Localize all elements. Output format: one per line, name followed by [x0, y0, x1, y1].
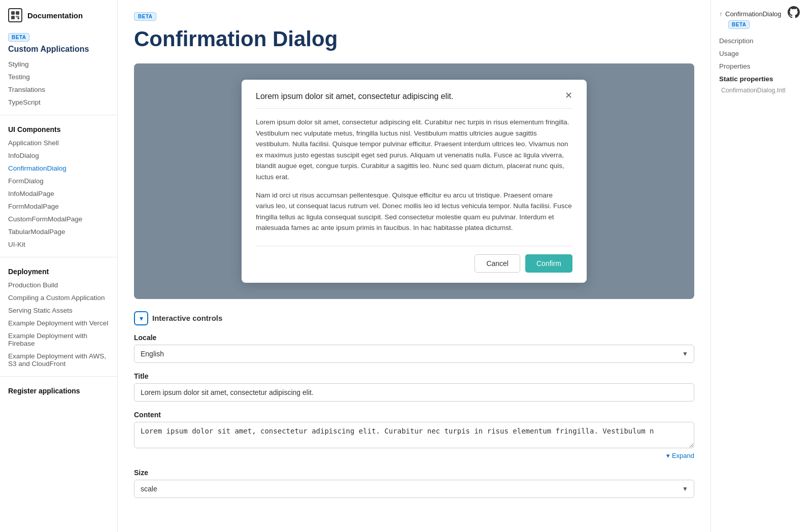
sidebar-item-infodialog[interactable]: InfoDialog: [0, 149, 117, 162]
svg-rect-1: [16, 11, 19, 15]
left-sidebar: Documentation BETA Custom Applications S…: [0, 0, 118, 532]
sidebar-item-uikit[interactable]: UI-Kit: [0, 238, 117, 251]
size-select[interactable]: scale s m l: [134, 480, 694, 498]
size-select-wrapper: scale s m l ▼: [134, 480, 694, 498]
locale-label: Locale: [134, 334, 694, 342]
logo-text: Documentation: [27, 11, 83, 20]
sidebar-item-vercel[interactable]: Example Deployment with Vercel: [0, 317, 117, 329]
main-content: BETA Confirmation Dialog Lorem ipsum dol…: [118, 0, 710, 532]
page-title: Confirmation Dialog: [134, 27, 694, 51]
divider-2: [0, 257, 117, 257]
sidebar-item-application-shell[interactable]: Application Shell: [0, 137, 117, 149]
deployment-title: Deployment: [0, 261, 117, 279]
dialog-close-button[interactable]: ✕: [565, 91, 572, 100]
controls-label: Interactive controls: [152, 314, 222, 322]
github-icon[interactable]: [788, 6, 800, 21]
sidebar-item-tabularmodalpage[interactable]: TabularModalPage: [0, 225, 117, 238]
cancel-button[interactable]: Cancel: [475, 254, 520, 273]
chevron-down-small-icon: ▾: [666, 452, 670, 459]
expand-label: Expand: [672, 452, 694, 459]
dialog-card: Lorem ipsum dolor sit amet, consectetur …: [242, 80, 587, 283]
locale-select-wrapper: English French German Spanish ▼: [134, 345, 694, 363]
right-sidebar-intl[interactable]: ConfirmationDialog.Intl: [719, 86, 804, 95]
title-input[interactable]: [134, 383, 694, 402]
demo-box: Lorem ipsum dolor sit amet, consectetur …: [134, 63, 694, 299]
expand-link[interactable]: ▾ Expand: [134, 452, 694, 459]
divider-1: [0, 115, 117, 115]
title-label: Title: [134, 372, 694, 380]
dialog-title: Lorem ipsum dolor sit amet, consectetur …: [256, 92, 454, 101]
logo-icon: [8, 8, 22, 22]
dialog-body-paragraph1: Lorem ipsum dolor sit amet, consectetur …: [256, 117, 572, 183]
register-title: Register applications: [0, 381, 117, 398]
logo[interactable]: Documentation: [0, 8, 117, 30]
controls-toggle-button[interactable]: ▾: [134, 311, 148, 325]
sidebar-item-infomodalpage[interactable]: InfoModalPage: [0, 187, 117, 200]
sidebar-section-title: Custom Applications: [0, 43, 117, 58]
sidebar-item-aws[interactable]: Example Deployment with AWS, S3 and Clou…: [0, 350, 117, 370]
size-label: Size: [134, 469, 694, 477]
sidebar-item-confirmationdialog[interactable]: ConfirmationDialog: [0, 162, 117, 175]
dialog-header: Lorem ipsum dolor sit amet, consectetur …: [256, 92, 572, 109]
sidebar-item-firebase[interactable]: Example Deployment with Firebase: [0, 329, 117, 350]
title-group: Title: [134, 372, 694, 402]
dialog-body: Lorem ipsum dolor sit amet, consectetur …: [256, 117, 572, 234]
chevron-down-icon: ▾: [140, 314, 143, 322]
svg-rect-0: [11, 11, 15, 15]
divider-3: [0, 376, 117, 377]
deployment-group: Deployment Production Build Compiling a …: [0, 261, 117, 370]
svg-rect-4: [18, 18, 20, 20]
interactive-controls-section: ▾ Interactive controls Locale English Fr…: [134, 311, 694, 498]
right-sidebar-description[interactable]: Description: [719, 35, 804, 47]
sidebar-item-formmodalpage[interactable]: FormModalPage: [0, 200, 117, 213]
custom-applications-section: BETA Custom Applications Styling Testing…: [0, 30, 117, 109]
dialog-footer: Cancel Confirm: [256, 246, 572, 273]
register-group: Register applications: [0, 381, 117, 398]
right-sidebar-component-name: ConfirmationDialog: [725, 10, 782, 18]
ui-components-group: UI Components Application Shell InfoDial…: [0, 119, 117, 251]
right-sidebar-usage[interactable]: Usage: [719, 48, 804, 59]
controls-header: ▾ Interactive controls: [134, 311, 694, 325]
sidebar-item-typescript[interactable]: TypeScript: [0, 96, 117, 109]
locale-group: Locale English French German Spanish ▼: [134, 334, 694, 363]
sidebar-item-styling[interactable]: Styling: [0, 58, 117, 71]
sidebar-beta-badge: BETA: [8, 33, 29, 42]
locale-select[interactable]: English French German Spanish: [134, 345, 694, 363]
svg-rect-3: [16, 16, 19, 18]
content-textarea[interactable]: Lorem ipsum dolor sit amet, consectetur …: [134, 422, 694, 448]
size-group: Size scale s m l ▼: [134, 469, 694, 498]
content-label: Content: [134, 411, 694, 419]
right-sidebar-static-properties[interactable]: Static properties: [719, 73, 804, 85]
right-sidebar: ↑ ConfirmationDialog BETA Description Us…: [710, 0, 812, 532]
ui-components-title: UI Components: [0, 119, 117, 137]
right-sidebar-properties[interactable]: Properties: [719, 60, 804, 72]
sidebar-item-serving-static[interactable]: Serving Static Assets: [0, 304, 117, 317]
right-sidebar-items: Description Usage Properties Static prop…: [719, 35, 804, 95]
dialog-body-paragraph2: Nam id orci ut risus accumsan pellentesq…: [256, 190, 572, 234]
page-beta-badge-wrapper: BETA: [134, 12, 694, 23]
content-group: Content Lorem ipsum dolor sit amet, cons…: [134, 411, 694, 459]
sidebar-item-translations[interactable]: Translations: [0, 83, 117, 96]
svg-rect-2: [11, 16, 15, 19]
up-arrow-icon: ↑: [719, 11, 722, 18]
sidebar-item-production-build[interactable]: Production Build: [0, 279, 117, 291]
sidebar-item-customformmodalpage[interactable]: CustomFormModalPage: [0, 213, 117, 225]
page-beta-badge: BETA: [134, 12, 156, 21]
confirm-button[interactable]: Confirm: [525, 254, 572, 273]
sidebar-item-testing[interactable]: Testing: [0, 71, 117, 83]
right-sidebar-beta-badge: BETA: [728, 20, 750, 29]
sidebar-item-formdialog[interactable]: FormDialog: [0, 175, 117, 187]
sidebar-item-compiling[interactable]: Compiling a Custom Application: [0, 291, 117, 304]
